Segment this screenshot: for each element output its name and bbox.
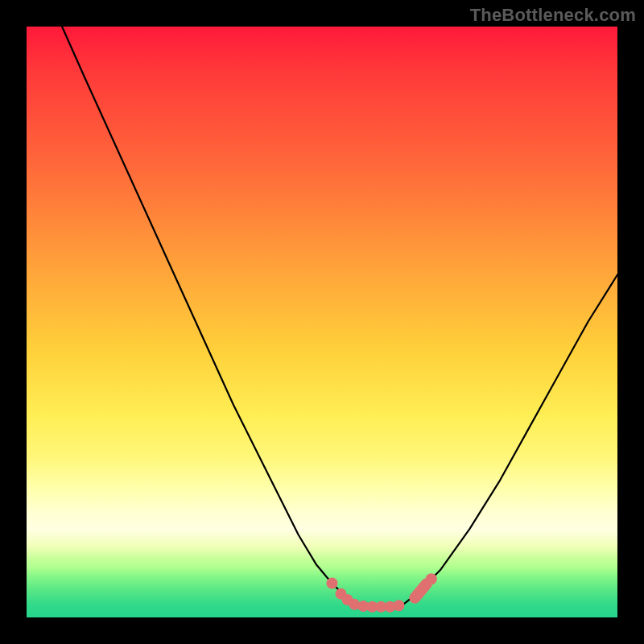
curve-left (62, 27, 361, 605)
curve-svg (27, 27, 617, 617)
bottom-markers (326, 573, 436, 613)
curve-right (402, 275, 617, 605)
marker-dot (326, 577, 337, 588)
chart-frame: TheBottleneck.com (0, 0, 644, 644)
marker-dot (393, 600, 404, 611)
plot-area (27, 27, 617, 617)
marker-dot (426, 573, 437, 584)
watermark-text: TheBottleneck.com (470, 5, 636, 26)
